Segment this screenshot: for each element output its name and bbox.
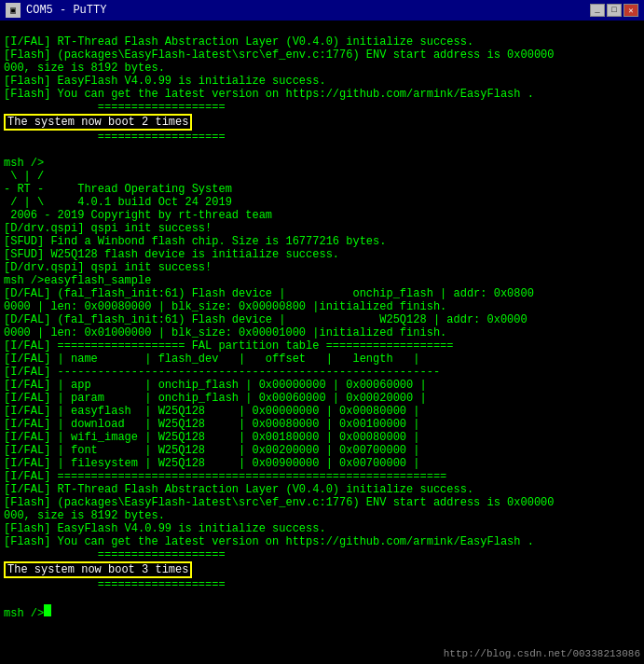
terminal-line: \ | / <box>4 170 640 183</box>
terminal-prompt: msh /> <box>4 607 44 620</box>
terminal-cursor <box>44 604 51 616</box>
terminal-line: [D/FAL] (fal_flash_init:61) Flash device… <box>4 287 640 300</box>
maximize-button[interactable]: □ <box>607 4 622 17</box>
terminal-line: 000, size is 8192 bytes. <box>4 509 640 522</box>
terminal-line: [I/FAL] | app | onchip_flash | 0x0000000… <box>4 379 640 392</box>
terminal-line: [I/FAL] RT-Thread Flash Abstraction Laye… <box>4 35 640 48</box>
terminal-line: [Flash] EasyFlash V4.0.99 is initialize … <box>4 75 640 88</box>
terminal-line <box>4 144 640 157</box>
terminal-line: [I/FAL] --------------------------------… <box>4 366 640 379</box>
terminal-line: [Flash] You can get the latest version o… <box>4 535 640 548</box>
terminal-line: / | \ 4.0.1 build Oct 24 2019 <box>4 196 640 209</box>
terminal-line: msh /> <box>4 604 640 620</box>
terminal-line: [Flash] (packages\EasyFlash-latest\src\e… <box>4 48 640 62</box>
terminal-line: [D/FAL] (fal_flash_init:61) Flash device… <box>4 313 640 326</box>
terminal-line: [I/FAL] | wifi_image | W25Q128 | 0x00180… <box>4 431 640 444</box>
terminal-line: msh /> <box>4 157 640 170</box>
terminal-line: 0000 | len: 0x00080000 | blk_size: 0x000… <box>4 300 640 313</box>
window-controls[interactable]: _ □ ✕ <box>590 4 638 17</box>
title-bar-left: ▣ COM5 - PuTTY <box>6 3 106 18</box>
terminal-line: [D/drv.qspi] qspi init success! <box>4 261 640 274</box>
terminal-line: The system now boot 3 times <box>4 561 640 578</box>
terminal-line: msh />easyflash_sample <box>4 274 640 287</box>
window-title: COM5 - PuTTY <box>26 4 106 17</box>
title-bar[interactable]: ▣ COM5 - PuTTY _ □ ✕ <box>0 0 644 21</box>
terminal-output: [I/FAL] RT-Thread Flash Abstraction Laye… <box>0 21 644 664</box>
terminal-line: [I/FAL] | font | W25Q128 | 0x00200000 | … <box>4 444 640 457</box>
watermark: http://blog.csdn.net/00338213086 <box>444 647 640 660</box>
terminal-line: =================== <box>4 548 640 561</box>
terminal-line: [SFUD] Find a Winbond flash chip. Size i… <box>4 235 640 248</box>
terminal-line: 0000 | len: 0x01000000 | blk_size: 0x000… <box>4 326 640 339</box>
terminal-line: [I/FAL] | param | onchip_flash | 0x00060… <box>4 392 640 405</box>
terminal-line <box>4 591 640 604</box>
minimize-button[interactable]: _ <box>590 4 605 17</box>
terminal-line: [Flash] EasyFlash V4.0.99 is initialize … <box>4 522 640 535</box>
terminal-line: =================== <box>4 101 640 114</box>
terminal-line: [Flash] (packages\EasyFlash-latest\src\e… <box>4 496 640 509</box>
terminal-line: [I/FAL] | download | W25Q128 | 0x0008000… <box>4 418 640 431</box>
terminal-line: [I/FAL] | filesystem | W25Q128 | 0x00900… <box>4 457 640 470</box>
close-button[interactable]: ✕ <box>623 4 638 17</box>
terminal-line: - RT - Thread Operating System <box>4 183 640 196</box>
terminal-line: =================== <box>4 578 640 591</box>
terminal-line: The system now boot 2 times <box>4 114 640 131</box>
terminal-line: 2006 - 2019 Copyright by rt-thread team <box>4 209 640 222</box>
terminal-line: [I/FAL] | name | flash_dev | offset | le… <box>4 353 640 366</box>
icon-glyph: ▣ <box>10 5 16 16</box>
terminal-line: [Flash] You can get the latest version o… <box>4 88 640 101</box>
highlight-text: The system now boot 2 times <box>4 114 192 131</box>
terminal-line: [I/FAL] RT-Thread Flash Abstraction Laye… <box>4 483 640 496</box>
terminal-line: [SFUD] W25Q128 flash device is initializ… <box>4 248 640 261</box>
terminal-line: [I/FAL] | easyflash | W25Q128 | 0x000000… <box>4 405 640 418</box>
highlight-text: The system now boot 3 times <box>4 561 192 578</box>
terminal-line: 000, size is 8192 bytes. <box>4 62 640 75</box>
terminal-line: [I/FAL] =================== FAL partitio… <box>4 339 640 353</box>
app-icon: ▣ <box>6 3 21 18</box>
terminal-line: [D/drv.qspi] qspi init success! <box>4 222 640 235</box>
terminal-line: [I/FAL] ================================… <box>4 470 640 483</box>
terminal-line: =================== <box>4 131 640 144</box>
